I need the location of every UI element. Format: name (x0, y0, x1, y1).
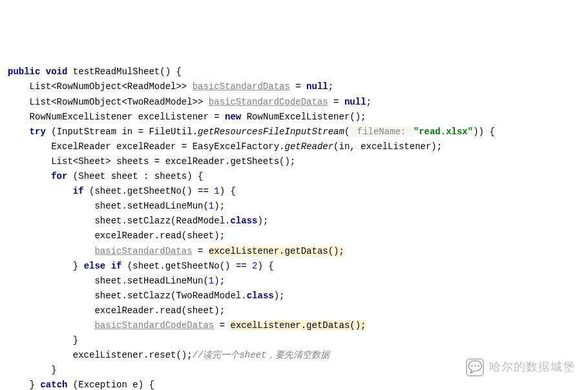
code-editor: public void testReadMulSheet() { List<Ro… (8, 65, 580, 390)
code-line-18: basicStandardCodeDatas = excelListener.g… (8, 320, 366, 331)
code-line-6: ExcelReader excelReader = EasyExcelFacto… (8, 141, 442, 152)
code-line-15: sheet.setHeadLineMun(1); (8, 276, 225, 286)
code-line-17: excelReader.read(sheet); (8, 305, 225, 316)
code-line-1: public void testReadMulSheet() { (8, 67, 182, 77)
code-line-5: try (InputStream in = FileUtil.getResour… (8, 127, 495, 137)
watermark-text: 哈尔的数据城堡 (489, 358, 575, 377)
code-line-12: excelReader.read(sheet); (8, 231, 225, 241)
code-line-22: } catch (Exception e) { (8, 380, 154, 390)
code-line-2: List<RowNumObject<ReadModel>> basicStand… (8, 81, 333, 92)
code-line-20: excelListener.reset();//读完一个sheet，要先清空数据 (8, 350, 330, 360)
code-line-7: List<Sheet> sheets = excelReader.getShee… (8, 156, 295, 167)
code-line-3: List<RowNumObject<TwoReadModel>> basicSt… (8, 97, 372, 107)
code-line-8: for (Sheet sheet : sheets) { (8, 171, 203, 181)
code-line-9: if (sheet.getSheetNo() == 1) { (8, 186, 236, 196)
code-line-21: } (8, 365, 57, 375)
code-line-10: sheet.setHeadLineMun(1); (8, 201, 225, 211)
code-line-11: sheet.setClazz(ReadModel.class); (8, 216, 268, 226)
code-line-19: } (8, 335, 78, 345)
wechat-icon: 💬 (466, 358, 484, 376)
watermark: 💬 哈尔的数据城堡 (466, 358, 575, 377)
code-line-4: RowNumExcelListener excelListener = new … (8, 112, 366, 122)
code-line-16: sheet.setClazz(TwoReadModel.class); (8, 291, 285, 301)
code-line-13: basicStandardDatas = excelListener.getDa… (8, 246, 344, 256)
code-line-14: } else if (sheet.getSheetNo() == 2) { (8, 261, 274, 271)
